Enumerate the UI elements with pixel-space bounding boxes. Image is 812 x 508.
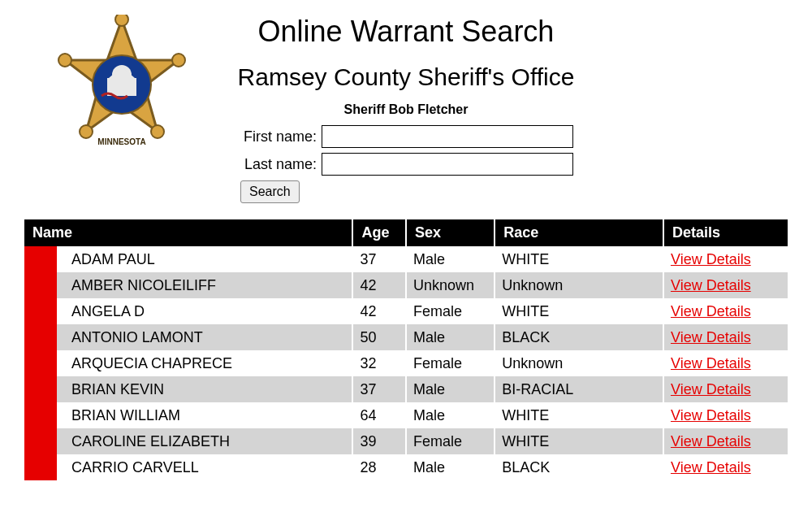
cell-race: Unknown (495, 350, 663, 376)
redaction-block (24, 402, 57, 428)
view-details-link[interactable]: View Details (671, 251, 751, 267)
sheriff-badge-logo: MINNESOTA (57, 15, 187, 161)
cell-name: ANGELA D (24, 298, 352, 324)
cell-details: View Details (663, 272, 788, 298)
redaction-block (24, 246, 57, 272)
col-header-age: Age (352, 219, 406, 246)
cell-age: 42 (352, 272, 406, 298)
name-text: BRIAN KEVIN (71, 381, 164, 398)
cell-name: CAROLINE ELIZABETH (24, 428, 352, 454)
name-text: ARQUECIA CHAPRECE (71, 355, 232, 372)
redaction-block (24, 324, 57, 350)
cell-age: 42 (352, 298, 406, 324)
last-name-input[interactable] (322, 153, 573, 176)
cell-details: View Details (663, 246, 788, 272)
table-row: ANTONIO LAMONT50MaleBLACKView Details (24, 324, 788, 350)
name-text: ANTONIO LAMONT (71, 329, 203, 346)
cell-sex: Male (406, 246, 495, 272)
cell-age: 37 (352, 246, 406, 272)
last-name-label: Last name: (171, 156, 322, 173)
redaction-block (24, 454, 57, 480)
name-text: ANGELA D (71, 303, 145, 320)
table-row: CARRIO CARVELL28MaleBLACKView Details (24, 454, 788, 480)
cell-race: WHITE (495, 298, 663, 324)
name-text: AMBER NICOLEILIFF (71, 277, 216, 294)
cell-age: 39 (352, 428, 406, 454)
first-name-label: First name: (171, 128, 322, 145)
view-details-link[interactable]: View Details (671, 381, 751, 397)
cell-race: WHITE (495, 246, 663, 272)
cell-details: View Details (663, 454, 788, 480)
col-header-sex: Sex (406, 219, 495, 246)
cell-sex: Female (406, 350, 495, 376)
cell-sex: Male (406, 324, 495, 350)
cell-age: 28 (352, 454, 406, 480)
table-row: ARQUECIA CHAPRECE32FemaleUnknownView Det… (24, 350, 788, 376)
svg-point-2 (172, 54, 185, 67)
svg-point-5 (58, 54, 71, 67)
cell-sex: Male (406, 402, 495, 428)
first-name-input[interactable] (322, 125, 573, 148)
table-row: ADAM PAUL37MaleWHITEView Details (24, 246, 788, 272)
cell-age: 64 (352, 402, 406, 428)
name-text: BRIAN WILLIAM (71, 407, 180, 424)
view-details-link[interactable]: View Details (671, 329, 751, 345)
cell-name: BRIAN WILLIAM (24, 402, 352, 428)
redaction-block (24, 428, 57, 454)
view-details-link[interactable]: View Details (671, 459, 751, 475)
search-button[interactable]: Search (240, 180, 300, 203)
name-text: CARRIO CARVELL (71, 459, 199, 476)
cell-details: View Details (663, 376, 788, 402)
cell-name: ARQUECIA CHAPRECE (24, 350, 352, 376)
cell-age: 50 (352, 324, 406, 350)
table-row: ANGELA D42FemaleWHITEView Details (24, 298, 788, 324)
results-table: Name Age Sex Race Details ADAM PAUL37Mal… (24, 219, 788, 480)
cell-sex: Female (406, 428, 495, 454)
name-text: ADAM PAUL (71, 251, 155, 268)
cell-race: BLACK (495, 454, 663, 480)
badge-state-text: MINNESOTA (97, 137, 145, 146)
view-details-link[interactable]: View Details (671, 303, 751, 319)
col-header-name: Name (24, 219, 352, 246)
svg-point-3 (151, 125, 164, 138)
svg-point-4 (80, 125, 93, 138)
cell-name: BRIAN KEVIN (24, 376, 352, 402)
redaction-block (24, 376, 57, 402)
table-row: BRIAN WILLIAM64MaleWHITEView Details (24, 402, 788, 428)
cell-details: View Details (663, 402, 788, 428)
table-row: CAROLINE ELIZABETH39FemaleWHITEView Deta… (24, 428, 788, 454)
cell-sex: Female (406, 298, 495, 324)
table-row: BRIAN KEVIN37MaleBI-RACIALView Details (24, 376, 788, 402)
col-header-race: Race (495, 219, 663, 246)
cell-race: Unknown (495, 272, 663, 298)
name-text: CAROLINE ELIZABETH (71, 433, 230, 450)
cell-name: CARRIO CARVELL (24, 454, 352, 480)
cell-age: 32 (352, 350, 406, 376)
redaction-block (24, 350, 57, 376)
cell-details: View Details (663, 350, 788, 376)
view-details-link[interactable]: View Details (671, 407, 751, 423)
view-details-link[interactable]: View Details (671, 433, 751, 449)
view-details-link[interactable]: View Details (671, 355, 751, 371)
view-details-link[interactable]: View Details (671, 277, 751, 293)
svg-point-1 (115, 15, 128, 26)
cell-name: AMBER NICOLEILIFF (24, 272, 352, 298)
table-row: AMBER NICOLEILIFF42UnknownUnknownView De… (24, 272, 788, 298)
cell-sex: Male (406, 376, 495, 402)
cell-race: WHITE (495, 428, 663, 454)
redaction-block (24, 272, 57, 298)
cell-details: View Details (663, 428, 788, 454)
cell-race: BI-RACIAL (495, 376, 663, 402)
col-header-details: Details (663, 219, 788, 246)
cell-sex: Unknown (406, 272, 495, 298)
cell-details: View Details (663, 324, 788, 350)
redaction-block (24, 298, 57, 324)
cell-race: WHITE (495, 402, 663, 428)
cell-age: 37 (352, 376, 406, 402)
cell-details: View Details (663, 298, 788, 324)
cell-sex: Male (406, 454, 495, 480)
cell-race: BLACK (495, 324, 663, 350)
cell-name: ANTONIO LAMONT (24, 324, 352, 350)
cell-name: ADAM PAUL (24, 246, 352, 272)
